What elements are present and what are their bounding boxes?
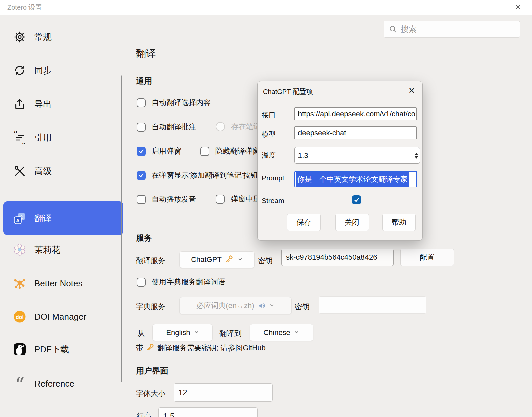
sidebar-item-jasmine[interactable]: 茉莉花 (3, 239, 123, 260)
checkbox-row-hide-popup: 隐藏翻译弹窗 (200, 146, 260, 156)
checkbox-row-auto-play-pronunciation: 自动播放发音 (137, 194, 196, 204)
prompt-input[interactable]: 你是一个中英文学术论文翻译专家 (294, 171, 417, 187)
window-titlebar: Zotero 设置 (0, 0, 532, 15)
model-input[interactable]: deepseek-chat (294, 126, 417, 139)
sidebar-item-label: 常规 (34, 31, 52, 43)
sidebar-item-reference[interactable]: “ Reference (3, 373, 123, 395)
gear-icon (13, 31, 26, 43)
stream-checkbox-checked[interactable] (352, 195, 361, 204)
checkbox-unchecked[interactable] (216, 195, 225, 204)
doi-icon: doi (13, 310, 26, 323)
sidebar-item-sync[interactable]: 同步 (3, 60, 123, 81)
api-key-label: 密钥 (258, 256, 273, 266)
api-endpoint-input[interactable]: https://api.deepseek.com/v1/chat/complet… (294, 107, 417, 120)
section-heading-general: 通用 (136, 76, 152, 86)
dialog-close-icon[interactable]: × (404, 83, 419, 98)
dict-service-select[interactable]: 必应词典(en↔zh) (179, 297, 292, 314)
sidebar-item-pdf-download[interactable]: PDF下载 (3, 339, 123, 360)
checkbox-unchecked[interactable] (137, 278, 146, 287)
font-size-label: 字体大小 (136, 389, 165, 399)
translate-service-label: 翻译服务 (136, 256, 165, 266)
chatgpt-config-dialog: ChatGPT 配置项 × 接口 https://api.deepseek.co… (257, 81, 423, 241)
dict-key-label: 密钥 (295, 302, 310, 312)
checkbox-label: 隐藏翻译弹窗 (215, 146, 260, 156)
sidebar-item-better-notes[interactable]: Better Notes (3, 273, 123, 294)
checkbox-label: 使用字典服务翻译词语 (152, 277, 225, 287)
key-required-note: 带 翻译服务需要密钥; 请参阅GitHub (136, 343, 266, 353)
sidebar-divider (3, 193, 122, 193)
configure-button[interactable]: 配置 (400, 249, 454, 266)
svg-text:doi: doi (16, 314, 24, 320)
sidebar-item-label: Reference (34, 379, 74, 389)
spinner-arrows-icon[interactable] (415, 153, 418, 159)
temperature-label: 温度 (262, 151, 276, 160)
speaker-icon (258, 302, 266, 310)
translate-service-select[interactable]: ChatGPT (179, 251, 255, 268)
save-button[interactable]: 保存 (287, 214, 321, 231)
chevron-down-icon (194, 328, 199, 337)
dialog-title: ChatGPT 配置项 (263, 87, 313, 96)
sidebar-item-label: 翻译 (34, 213, 52, 224)
api-key-input[interactable]: sk-c978194b564c450a8426 (281, 249, 394, 266)
checkbox-checked[interactable] (137, 171, 146, 180)
chevron-down-icon (269, 301, 275, 310)
temperature-spinner[interactable]: 1.3 (294, 147, 420, 164)
sidebar-item-translate[interactable]: 文A 翻译 (3, 201, 123, 235)
dict-service-label: 字典服务 (136, 302, 165, 312)
sidebar-item-label: 导出 (34, 98, 52, 110)
to-label: 翻译到 (219, 329, 242, 339)
checkbox-label: 启用弹窗 (152, 146, 181, 156)
line-height-input[interactable]: 1.5 (158, 407, 258, 417)
checkbox-checked[interactable] (137, 147, 146, 156)
model-label: 模型 (262, 130, 276, 139)
checkbox-label: 自动翻译选择内容 (152, 98, 211, 108)
line-height-label: 行高 (137, 411, 151, 417)
section-heading-service: 服务 (136, 233, 152, 243)
sidebar-scrollbar[interactable] (121, 75, 122, 382)
sidebar-item-label: PDF下载 (34, 344, 69, 355)
tools-icon (13, 165, 26, 177)
page-title: 翻译 (136, 47, 156, 61)
sidebar-item-doi-manager[interactable]: doi DOI Manager (3, 306, 123, 327)
dict-service-value: 必应词典(en↔zh) (196, 301, 254, 311)
section-heading-ui: 用户界面 (136, 365, 168, 376)
close-button[interactable]: 关闭 (335, 214, 369, 231)
sidebar-item-label: 高级 (34, 165, 52, 177)
checkbox-unchecked[interactable] (137, 123, 146, 132)
dict-key-input[interactable] (319, 296, 426, 314)
sidebar-item-export[interactable]: 导出 (3, 93, 123, 115)
font-size-input[interactable]: 12 (174, 383, 273, 402)
from-label: 从 (137, 329, 145, 339)
key-icon (146, 343, 155, 353)
search-icon (389, 25, 397, 34)
sidebar-item-general[interactable]: 常规 (3, 26, 123, 48)
sidebar-item-label: 引用 (34, 132, 52, 143)
chevron-down-icon (237, 255, 243, 264)
to-language-select[interactable]: Chinese (250, 324, 313, 341)
sidebar-item-advanced[interactable]: 高级 (3, 160, 123, 182)
radio-row-note-exists: 存在笔记 (216, 122, 261, 132)
help-button[interactable]: 帮助 (382, 214, 416, 231)
translate-icon: 文A (13, 212, 26, 225)
sidebar-item-cite[interactable]: “„ 引用 (3, 127, 123, 148)
search-box[interactable] (384, 21, 520, 38)
checkbox-row-enable-popup: 启用弹窗 (137, 146, 181, 156)
checkbox-row-use-dict-service: 使用字典服务翻译词语 (137, 277, 225, 287)
from-language-select[interactable]: English (152, 324, 213, 341)
chevron-down-icon (294, 328, 300, 337)
checkbox-unchecked[interactable] (137, 98, 146, 107)
checkbox-row-show-add-note-button: 在弹窗显示'添加翻译到笔记'按钮 (137, 170, 258, 180)
checkbox-unchecked[interactable] (200, 147, 209, 156)
search-input[interactable] (401, 24, 515, 34)
molecule-icon (13, 277, 26, 290)
sidebar-item-label: 茉莉花 (34, 244, 60, 256)
export-icon (13, 98, 26, 110)
checkbox-label: 在弹窗显示'添加翻译到笔记'按钮 (152, 170, 258, 180)
checkbox-unchecked[interactable] (137, 195, 146, 204)
prompt-selected-text: 你是一个中英文学术论文翻译专家 (296, 172, 409, 187)
radio-disabled[interactable] (216, 122, 225, 131)
window-close-icon[interactable]: × (509, 0, 527, 14)
translate-service-value: ChatGPT (191, 255, 222, 264)
radio-label: 存在笔记 (231, 122, 261, 132)
cite-icon: “„ (13, 131, 26, 144)
